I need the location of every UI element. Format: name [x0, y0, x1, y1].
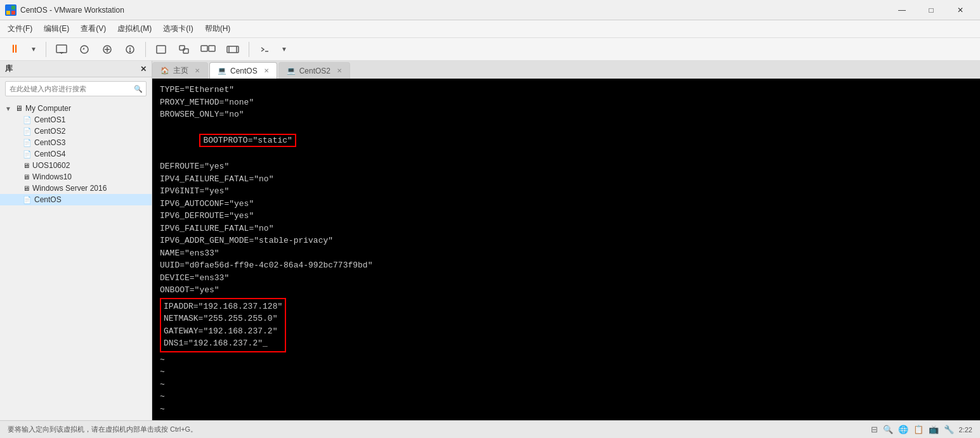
title-controls: — □ ✕	[887, 0, 975, 20]
menu-edit[interactable]: 编辑(E)	[39, 21, 74, 37]
close-button[interactable]: ✕	[946, 0, 975, 20]
sidebar-search-container: 🔍	[5, 81, 147, 96]
term-line-8: IPV6_AUTOCONF="yes"	[160, 198, 972, 210]
tab-centos[interactable]: 💻 CentOS ✕	[209, 62, 277, 79]
tab-home-close[interactable]: ✕	[195, 67, 200, 74]
term-line-7: IPV6INIT="yes"	[160, 185, 972, 198]
pause-button[interactable]: ⏸	[5, 41, 24, 58]
terminal[interactable]: TYPE="Ethernet" PROXY_METHOD="none" BROW…	[152, 79, 980, 420]
sidebar-item-centos3[interactable]: 📄 CentOS3	[0, 137, 152, 148]
tab-centos2-icon: 💻	[287, 67, 296, 75]
toolbar-separator-3	[249, 42, 249, 57]
term-line-tilde-3: ~	[160, 378, 972, 391]
status-bar: 要将输入定向到该虚拟机，请在虚拟机内部单击或按 Ctrl+G。 ⊟ 🔍 🌐 📋 …	[0, 420, 980, 438]
term-line-tilde-2: ~	[160, 366, 972, 378]
term-line-tilde-5: ~	[160, 403, 972, 416]
minimize-button[interactable]: —	[887, 0, 917, 20]
status-icon-tools[interactable]: 🔧	[944, 425, 954, 434]
term-line-2: PROXY_METHOD="none"	[160, 96, 972, 109]
snapshot-manager-button[interactable]	[120, 41, 140, 58]
tab-centos-icon: 💻	[218, 67, 226, 75]
search-input[interactable]	[5, 81, 147, 96]
snapshot-take-button[interactable]	[97, 41, 117, 58]
tab-centos2[interactable]: 💻 CentOS2 ✕	[278, 62, 350, 79]
tab-home[interactable]: 🏠 主页 ✕	[152, 62, 208, 79]
tab-centos2-label: CentOS2	[299, 67, 330, 75]
menu-bar: 文件(F) 编辑(E) 查看(V) 虚拟机(M) 选项卡(I) 帮助(H)	[0, 20, 980, 38]
tree-label-uos10602: UOS10602	[32, 161, 70, 170]
tree-label-centos3: CentOS3	[34, 138, 65, 147]
console-button[interactable]	[254, 41, 275, 58]
status-icon-screen[interactable]: 📺	[929, 425, 939, 434]
tree-label-mycomputer: My Computer	[25, 104, 71, 113]
vm-icon: 📄	[23, 150, 32, 158]
svg-rect-14	[157, 46, 166, 53]
maximize-button[interactable]: □	[917, 0, 946, 20]
term-line-15: ONBOOT="yes"	[160, 284, 972, 297]
unity-button[interactable]	[174, 41, 194, 58]
svg-rect-0	[6, 6, 10, 10]
tab-bar: 🏠 主页 ✕ 💻 CentOS ✕ 💻 CentOS2 ✕	[152, 61, 980, 79]
sidebar-close-icon[interactable]: ✕	[140, 65, 147, 74]
term-line-tilde-1: ~	[160, 354, 972, 366]
sidebar-item-centos1[interactable]: 📄 CentOS1	[0, 114, 152, 126]
term-line-netmask: NETMASK="255.255.255.0"	[164, 312, 282, 325]
vm-icon: 📄	[23, 196, 32, 204]
menu-view[interactable]: 查看(V)	[75, 21, 111, 37]
snapshot-restore-button[interactable]	[74, 41, 95, 58]
menu-file[interactable]: 文件(F)	[3, 21, 37, 37]
tree-expand-icon: ▼	[5, 105, 13, 112]
svg-rect-15	[180, 46, 185, 50]
term-line-ipaddr: IPADDR="192.168.237.128"	[164, 300, 282, 313]
vm-icon: 🖥	[23, 162, 30, 169]
tree-root-mycomputer[interactable]: ▼ 🖥 My Computer	[0, 103, 152, 114]
console-dropdown[interactable]: ▼	[277, 41, 291, 58]
term-line-dns1: DNS1="192.168.237.2"_	[164, 337, 282, 350]
computer-icon: 🖥	[15, 104, 23, 113]
term-line-13: UUID="d0fae56d-ff9e-4c02-86a4-992bc773f9…	[160, 259, 972, 272]
main-content: 库 ✕ 🔍 ▼ 🖥 My Computer 📄 CentOS1 📄 CentOS…	[0, 61, 980, 420]
sidebar-item-windows-server-2016[interactable]: 🖥 Windows Server 2016	[0, 183, 152, 194]
status-right-icons: ⊟ 🔍 🌐 📋 📺 🔧 2:22	[871, 425, 972, 434]
status-icon-clipboard[interactable]: 📋	[913, 425, 924, 434]
menu-tabs[interactable]: 选项卡(I)	[158, 21, 198, 37]
sidebar-item-windows10[interactable]: 🖥 Windows10	[0, 171, 152, 183]
status-icon-network[interactable]: 🌐	[898, 425, 908, 434]
tab-centos-label: CentOS	[230, 67, 258, 75]
status-hint: 要将输入定向到该虚拟机，请在虚拟机内部单击或按 Ctrl+G。	[8, 425, 197, 434]
toolbar-separator-1	[46, 42, 46, 57]
term-line-3: BROWSER_ONLY="no"	[160, 108, 972, 121]
menu-help[interactable]: 帮助(H)	[200, 21, 236, 37]
sidebar-item-centos4[interactable]: 📄 CentOS4	[0, 148, 152, 160]
tab-centos-close[interactable]: ✕	[264, 67, 269, 74]
svg-point-13	[129, 51, 131, 52]
status-icon-search[interactable]: 🔍	[883, 425, 893, 434]
fullscreen-button[interactable]	[151, 41, 171, 58]
highlighted-bootproto: BOOTPROTO="static"	[199, 134, 296, 147]
svg-rect-17	[201, 46, 207, 51]
svg-rect-18	[209, 46, 215, 51]
svg-rect-4	[56, 45, 67, 53]
sidebar: 库 ✕ 🔍 ▼ 🖥 My Computer 📄 CentOS1 📄 CentOS…	[0, 61, 152, 420]
toolbar-dropdown[interactable]: ▼	[27, 41, 41, 58]
svg-rect-1	[11, 6, 15, 10]
tab-centos2-close[interactable]: ✕	[337, 67, 342, 74]
tree-label-centos4: CentOS4	[34, 150, 65, 158]
title-text: CentOS - VMware Workstation	[20, 6, 124, 15]
term-line-gateway: GATEWAY="192.168.237.2"	[164, 325, 282, 338]
stretch-button[interactable]	[222, 41, 244, 58]
status-icon-1[interactable]: ⊟	[871, 425, 878, 434]
term-line-9: IPV6_DEFROUTE="yes"	[160, 210, 972, 222]
highlighted-network-section: IPADDR="192.168.237.128" NETMASK="255.25…	[160, 298, 286, 352]
send-ctrl-alt-del-button[interactable]	[51, 41, 72, 58]
sidebar-item-uos10602[interactable]: 🖥 UOS10602	[0, 160, 152, 171]
vm-tree: ▼ 🖥 My Computer 📄 CentOS1 📄 CentOS2 📄 Ce…	[0, 100, 152, 420]
term-line-tilde-4: ~	[160, 390, 972, 403]
sidebar-item-centos2[interactable]: 📄 CentOS2	[0, 126, 152, 137]
tree-label-windows-server-2016: Windows Server 2016	[32, 184, 107, 193]
multi-monitor-button[interactable]	[197, 41, 219, 58]
vm-icon: 📄	[23, 139, 32, 147]
svg-rect-16	[183, 49, 188, 53]
menu-vm[interactable]: 虚拟机(M)	[112, 21, 157, 37]
sidebar-item-centos[interactable]: 📄 CentOS	[0, 194, 152, 205]
